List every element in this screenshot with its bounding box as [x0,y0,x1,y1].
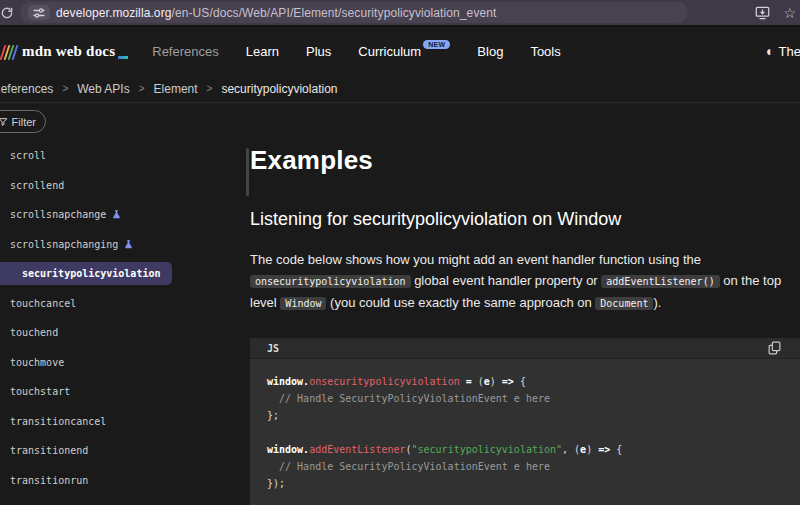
inline-code: Document [595,297,653,310]
theme-label: Theme [778,44,800,59]
breadcrumb-chevron-icon: > [207,83,213,94]
nav-item-tools[interactable]: Tools [530,44,560,59]
code-line: // Handle SecurityPolicyViolationEvent e… [267,458,794,475]
code-line [267,424,794,441]
sidebar-item-scrollsnapchange[interactable]: scrollsnapchange [0,200,250,230]
sidebar-item-transitionstart[interactable]: transitionstart [0,495,250,505]
sidebar-item-label: touchend [10,327,58,338]
code-line: }); [267,475,794,492]
sidebar-item-transitionrun[interactable]: transitionrun [0,466,250,496]
nav-item-references[interactable]: References [152,44,218,59]
main-nav: ReferencesLearnPlusCurriculumNEWBlogTool… [152,44,561,59]
url-domain: developer.mozilla.org [56,6,172,20]
breadcrumb-row: References>Web APIs>Element>securitypoli… [0,75,800,103]
site-settings-icon[interactable] [28,5,50,20]
browser-url-bar: developer.mozilla.org/en-US/docs/Web/API… [0,0,800,27]
copy-code-icon[interactable] [768,341,781,355]
address-bar[interactable]: developer.mozilla.org/en-US/docs/Web/API… [20,2,688,23]
experimental-flask-icon [111,209,122,220]
theme-icon: ◐ [766,43,774,59]
examples-heading: Examples [250,145,797,176]
main-content: Examples Listening for securitypolicyvio… [250,103,797,505]
sidebar-item-scrollsnapchanging[interactable]: scrollsnapchanging [0,230,250,260]
breadcrumb: References>Web APIs>Element>securitypoli… [0,82,337,96]
code-line: }; [267,407,794,424]
breadcrumb-link[interactable]: Element [154,82,198,96]
experimental-flask-icon [123,239,134,250]
sidebar-item-label: touchcancel [10,298,76,309]
section-heading: Listening for securitypolicyviolation on… [250,209,797,230]
mdn-logo-text: mdn web docs [22,43,115,60]
sidebar-item-label: touchstart [10,386,70,397]
nav-item-plus[interactable]: Plus [306,44,331,59]
breadcrumb-link[interactable]: References [0,82,53,96]
sidebar-item-label: scroll [10,150,46,161]
filter-button[interactable]: Filter [0,110,46,133]
inline-code: addEventListener() [601,275,719,288]
sidebar-item-label: scrollend [10,180,64,191]
theme-toggle-button[interactable]: ◐ Theme [766,43,800,59]
description-paragraph: The code below shows how you might add a… [250,249,797,314]
sidebar: Filter scrollscrollendscrollsnapchangesc… [0,103,250,505]
new-badge: NEW [423,40,450,49]
sidebar-item-label: transitioncancel [10,416,106,427]
sidebar-item-label: touchmove [10,357,64,368]
bookmark-star-icon[interactable]: ☆ [783,5,796,21]
url-text: developer.mozilla.org/en-US/docs/Web/API… [56,6,496,20]
sidebar-item-label: transitionrun [10,475,88,486]
sidebar-item-scrollend[interactable]: scrollend [0,171,250,201]
sidebar-item-touchstart[interactable]: touchstart [0,377,250,407]
sidebar-event-list: scrollscrollendscrollsnapchangescrollsna… [0,141,250,505]
breadcrumb-chevron-icon: > [62,83,68,94]
nav-item-curriculum[interactable]: CurriculumNEW [358,44,450,59]
sidebar-item-label: scrollsnapchange [10,209,106,220]
sidebar-active-pill: securitypolicyviolation [0,262,172,285]
breadcrumb-link[interactable]: Web APIs [77,82,129,96]
filter-label: Filter [12,116,36,128]
sidebar-item-label: transitionend [10,445,88,456]
nav-item-blog[interactable]: Blog [477,44,503,59]
sidebar-item-label: securitypolicyviolation [22,268,160,279]
breadcrumb-chevron-icon: > [139,83,145,94]
sidebar-item-transitionend[interactable]: transitionend [0,436,250,466]
code-line: window.addEventListener("securitypolicyv… [267,441,794,458]
inline-code: onsecuritypolicyviolation [250,275,411,288]
code-example-body[interactable]: window.onsecuritypolicyviolation = (e) =… [250,359,800,505]
sidebar-scrollbar[interactable] [246,148,249,196]
sidebar-item-securitypolicyviolation[interactable]: securitypolicyviolation [0,259,250,289]
sidebar-item-touchend[interactable]: touchend [0,318,250,348]
reload-icon[interactable] [0,4,16,22]
install-app-icon[interactable] [755,6,770,20]
mdn-logo-mark-icon [0,45,18,60]
sidebar-item-touchmove[interactable]: touchmove [0,348,250,378]
url-path: /en-US/docs/Web/API/Element/securitypoli… [172,6,497,20]
sidebar-item-scroll[interactable]: scroll [0,141,250,171]
nav-item-learn[interactable]: Learn [246,44,279,59]
funnel-icon [0,117,8,127]
sidebar-item-label: scrollsnapchanging [10,239,118,250]
inline-code: Window [280,297,326,310]
code-line: window.onsecuritypolicyviolation = (e) =… [267,373,794,390]
sidebar-item-touchcancel[interactable]: touchcancel [0,289,250,319]
breadcrumb-link[interactable]: securitypolicyviolation [221,82,337,96]
sidebar-item-transitioncancel[interactable]: transitioncancel [0,407,250,437]
mdn-logo-underscore-icon [118,56,128,59]
code-language-label: JS [267,343,279,354]
code-line: // Handle SecurityPolicyViolationEvent e… [267,390,794,407]
code-example-header: JS [250,338,800,359]
mdn-logo[interactable]: mdn web docs [2,43,128,60]
mdn-header: mdn web docs ReferencesLearnPlusCurricul… [0,27,800,75]
code-example-block: JS window.onsecuritypolicyviolation = (e… [250,338,800,505]
